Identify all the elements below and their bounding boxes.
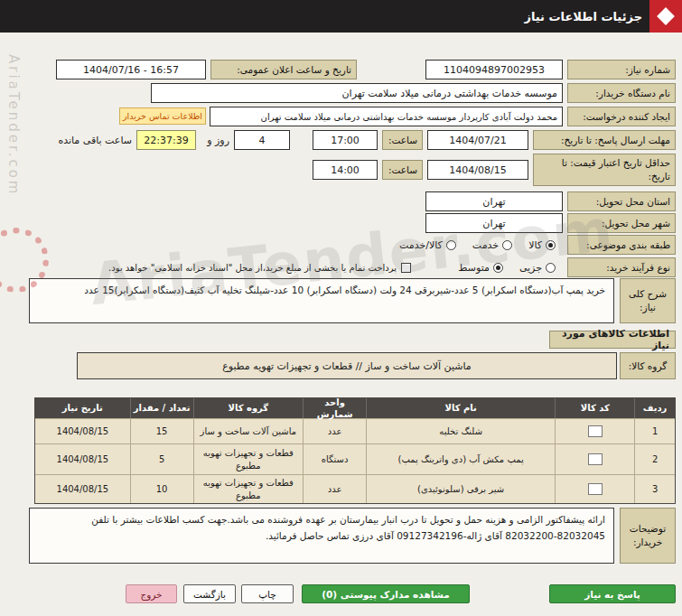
cell-item-name: شیر برقی (سلونوئیدی) <box>366 475 555 503</box>
buyer-org-field[interactable]: موسسه خدمات بهداشتی درمانی میلاد سلامت ت… <box>151 83 563 103</box>
need-details-page: { "header": { "title": "جزئیات اطلاعات ن… <box>0 0 682 616</box>
countdown-timer: 22:37:39 <box>136 130 196 150</box>
table-row: 3 شیر برقی (سلونوئیدی) عدد قطعات و تجهیز… <box>35 474 675 503</box>
treasury-note-row: پرداخت تمام یا بخشی از مبلغ خرید،از محل … <box>108 257 411 277</box>
back-button[interactable]: بازگشت <box>183 584 236 603</box>
cell-item-name: پمپ مکش آب (دی واترینگ پمپ) <box>366 444 555 474</box>
buyer-notes-box[interactable]: ارائه پیشفاکتور الزامی و هزینه حمل و تحو… <box>29 508 614 564</box>
cell-unit: عدد <box>303 419 366 443</box>
need-number-label: شماره نیاز: <box>567 60 676 79</box>
reply-deadline-date-field[interactable]: 1404/07/21 <box>427 130 528 150</box>
radio-label: خدمت <box>472 239 499 251</box>
cell-quantity: 5 <box>130 444 193 474</box>
cell-item-code <box>555 444 634 474</box>
cell-item-code <box>555 419 634 443</box>
cell-need-date: 1404/08/15 <box>35 475 130 503</box>
announce-datetime-field[interactable]: 1404/07/16 - 16:57 <box>56 60 206 79</box>
price-validity-label: حداقل تاریخ اعتبار قیمت: تا تاریخ: <box>533 154 676 186</box>
delivery-province-label: استان محل تحویل: <box>567 191 676 211</box>
subject-class-label: طبقه بندی موضوعی: <box>567 235 676 255</box>
request-creator-field[interactable]: محمد دولت آبادی کارپرداز موسسه خدمات بهد… <box>210 107 563 126</box>
radio-label: کالا <box>528 239 542 251</box>
print-button[interactable]: چاپ <box>241 584 294 603</box>
need-description-box[interactable]: خرید پمپ آب(دستگاه اسکرابر) 5 عدد-شیربرق… <box>29 278 614 323</box>
reply-deadline-label: مهلت ارسال پاسخ: تا تاریخ: <box>533 130 676 150</box>
radio-option-goods[interactable]: کالا <box>528 239 556 251</box>
cell-item-name: شلنگ تخلیه <box>366 419 555 443</box>
header-unit: واحد شمارش <box>303 398 366 418</box>
cell-row-number: 1 <box>634 419 675 443</box>
header-group: گروه کالا <box>193 398 304 418</box>
radio-option-service[interactable]: خدمت <box>472 239 512 251</box>
goods-table-header: ردیف کد کالا نام کالا واحد شمارش گروه کا… <box>35 398 675 418</box>
header-need-date: تاریخ نیاز <box>35 398 130 418</box>
radio-label: متوسط <box>458 262 490 274</box>
treasury-checkbox-icon[interactable] <box>401 263 411 273</box>
watermark-side-text: AriaTender.com <box>5 54 22 196</box>
radio-option-goods-service[interactable]: کالا/خدمت <box>399 239 456 251</box>
code-input-box[interactable] <box>588 453 603 465</box>
countdown-label: ساعت باقی مانده <box>58 130 132 150</box>
code-input-box[interactable] <box>588 425 603 437</box>
goods-section-title: اطلاعات کالاهای مورد نیاز <box>549 331 676 349</box>
exit-button[interactable]: خروج <box>126 584 177 603</box>
radio-icon[interactable] <box>546 263 556 273</box>
cell-row-number: 2 <box>634 444 675 474</box>
purchase-process-options: جزیی متوسط <box>458 257 556 277</box>
app-logo <box>649 0 682 33</box>
goods-table: ردیف کد کالا نام کالا واحد شمارش گروه کا… <box>34 397 676 504</box>
radio-option-minor[interactable]: جزیی <box>519 262 556 274</box>
request-creator-label: ایجاد کننده درخواست: <box>567 107 676 126</box>
delivery-city-label: شهر محل تحویل: <box>567 213 676 233</box>
buyer-org-label: نام دستگاه خریدار: <box>567 83 676 103</box>
cell-group: ماشین آلات ساخت و ساز <box>193 419 304 443</box>
price-validity-time-field[interactable]: 14:00 <box>313 160 378 180</box>
radio-icon[interactable] <box>546 240 556 250</box>
days-remaining-label: روز و <box>207 130 229 150</box>
cell-need-date: 1404/08/15 <box>35 444 130 474</box>
cell-unit: دستگاه <box>303 444 366 474</box>
reply-deadline-time-label: ساعت: <box>382 130 423 150</box>
cell-need-date: 1404/08/15 <box>35 419 130 443</box>
subject-class-options: کالا خدمت کالا/خدمت <box>399 235 556 255</box>
code-input-box[interactable] <box>588 483 603 495</box>
treasury-note-text: پرداخت تمام یا بخشی از مبلغ خرید،از محل … <box>108 263 397 273</box>
price-validity-date-field[interactable]: 1404/08/15 <box>427 160 528 180</box>
days-remaining-field: 4 <box>234 130 290 150</box>
radio-label: جزیی <box>519 262 542 274</box>
table-row: 1 شلنگ تخلیه عدد ماشین آلات ساخت و ساز 1… <box>35 418 675 443</box>
cell-group: قطعات و تجهیزات تهویه مطبوع <box>193 475 304 503</box>
buyer-contact-link[interactable]: اطلاعات تماس خریدار <box>119 107 206 125</box>
goods-group-label: گروه کالا: <box>620 352 676 379</box>
announce-datetime-label: تاریخ و ساعت اعلان عمومی: <box>210 60 357 79</box>
goods-group-value: ماشین آلات ساخت و ساز // قطعات و تجهیزات… <box>77 352 617 379</box>
cell-row-number: 3 <box>634 475 675 503</box>
header-quantity: تعداد / مقدار <box>130 398 193 418</box>
need-number-field[interactable]: 1104094897002953 <box>425 60 563 79</box>
radio-icon[interactable] <box>502 240 512 250</box>
logo-icon <box>657 7 675 25</box>
need-description-label: شرح کلی نیاز: <box>620 278 676 323</box>
reply-to-need-button[interactable]: پاسخ به نیاز <box>549 584 676 603</box>
header-row-number: ردیف <box>634 398 675 418</box>
price-validity-time-label: ساعت: <box>382 160 423 180</box>
reply-deadline-time-field[interactable]: 17:00 <box>313 130 378 150</box>
buyer-notes-label: توضیحات خریدار: <box>620 508 676 564</box>
cell-unit: عدد <box>303 475 366 503</box>
title-bar: جزئیات اطلاعات نیاز <box>0 0 682 33</box>
table-row: 2 پمپ مکش آب (دی واترینگ پمپ) دستگاه قطع… <box>35 443 675 474</box>
delivery-province-field[interactable]: تهران <box>425 191 563 211</box>
radio-option-medium[interactable]: متوسط <box>458 262 503 274</box>
radio-icon[interactable] <box>446 240 456 250</box>
purchase-process-label: نوع فرآیند خرید: <box>567 257 676 277</box>
page-title: جزئیات اطلاعات نیاز <box>524 10 642 23</box>
radio-label: کالا/خدمت <box>399 239 443 251</box>
header-item-code: کد کالا <box>555 398 634 418</box>
view-attachments-button[interactable]: مشاهده مدارک پیوستی (0) <box>302 584 470 603</box>
cell-quantity: 15 <box>130 419 193 443</box>
cell-quantity: 10 <box>130 475 193 503</box>
delivery-city-field[interactable]: تهران <box>425 213 563 233</box>
radio-icon[interactable] <box>493 263 503 273</box>
cell-group: قطعات و تجهیزات تهویه مطبوع <box>193 444 304 474</box>
header-item-name: نام کالا <box>366 398 555 418</box>
